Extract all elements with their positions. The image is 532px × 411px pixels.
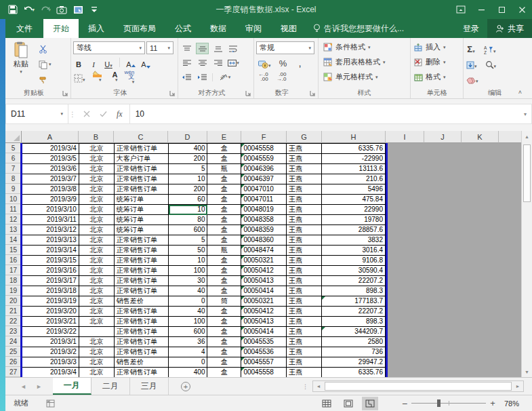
- row-header-7[interactable]: 7: [5, 163, 22, 174]
- cell-G9[interactable]: 王燕: [287, 184, 322, 195]
- cell-D24[interactable]: 36: [169, 337, 208, 347]
- fill-button[interactable]: ▾: [466, 57, 478, 69]
- close-button[interactable]: [512, 0, 532, 19]
- copy-dropdown-arrow[interactable]: ▾: [49, 62, 52, 67]
- screenshot-button[interactable]: [70, 2, 85, 17]
- cell-C25[interactable]: 正常销售订单: [115, 347, 169, 357]
- cell-A17[interactable]: 2019/3/16: [22, 266, 79, 276]
- cell-A27[interactable]: 2019/3/4: [22, 368, 79, 377]
- clear-button[interactable]: ▾: [466, 72, 479, 84]
- alignment-dialog-launcher[interactable]: [245, 90, 251, 96]
- scroll-left-arrow[interactable]: ◄: [313, 381, 324, 391]
- cell-B17[interactable]: 北京: [79, 266, 115, 276]
- cell-D13[interactable]: 600: [169, 225, 208, 235]
- cell-B22[interactable]: 北京: [79, 317, 115, 327]
- cell-H7[interactable]: 13113.6: [322, 164, 386, 174]
- sheet-tab-三月[interactable]: 三月: [130, 378, 169, 395]
- maximize-button[interactable]: [491, 0, 512, 19]
- zoom-out-button[interactable]: −: [402, 398, 407, 409]
- cell-F10[interactable]: 00047011: [241, 195, 287, 205]
- cell-G27[interactable]: 王燕: [287, 368, 322, 377]
- comma-style-button[interactable]: ,: [295, 56, 306, 68]
- increase-decimal-button[interactable]: ←.0.00: [258, 71, 269, 83]
- cell-B10[interactable]: 北京: [79, 195, 115, 205]
- cell-D22[interactable]: 100: [169, 317, 208, 327]
- row-header-6[interactable]: 6: [5, 153, 22, 163]
- cell-C18[interactable]: 正常销售订单: [115, 276, 169, 286]
- cell-B7[interactable]: 北京: [79, 164, 115, 174]
- column-header-A[interactable]: A: [22, 131, 79, 143]
- cell-H20[interactable]: 177183.7: [322, 296, 386, 307]
- cell-A14[interactable]: 2019/3/13: [22, 235, 79, 246]
- row-header-12[interactable]: 12: [5, 214, 22, 224]
- number-dialog-launcher[interactable]: [310, 90, 316, 96]
- cell-D19[interactable]: 40: [169, 286, 208, 296]
- cell-D8[interactable]: 10: [169, 174, 208, 184]
- orientation-button[interactable]: ab▾: [216, 71, 234, 83]
- row-header-13[interactable]: 13: [5, 224, 22, 235]
- phonetic-button[interactable]: wén文▾: [124, 71, 136, 83]
- cell-F19[interactable]: 00050414: [241, 286, 287, 296]
- copy-button[interactable]: ▾: [37, 58, 54, 71]
- cell-A24[interactable]: 2019/3/1: [22, 337, 79, 347]
- cell-E6[interactable]: 盒: [207, 154, 241, 164]
- align-center-button[interactable]: [196, 57, 209, 68]
- decrease-indent-button[interactable]: [180, 71, 193, 83]
- horizontal-scrollbar-thumb[interactable]: [325, 382, 512, 391]
- cell-C26[interactable]: 销售差价: [115, 357, 169, 368]
- cell-C8[interactable]: 正常销售订单: [115, 174, 169, 184]
- cell-B24[interactable]: 北京: [79, 337, 115, 347]
- cell-F9[interactable]: 00047010: [241, 184, 287, 195]
- row-header-5[interactable]: 5: [5, 143, 22, 153]
- cell-H17[interactable]: 30590.4: [322, 266, 386, 276]
- cell-F12[interactable]: 00048358: [241, 215, 287, 225]
- cell-E11[interactable]: 盒: [207, 205, 241, 215]
- column-header-K[interactable]: K: [462, 131, 499, 143]
- column-header-E[interactable]: E: [207, 131, 241, 143]
- formula-bar-splitter[interactable]: ⋮: [68, 104, 77, 123]
- cell-A19[interactable]: 2019/3/18: [22, 286, 79, 296]
- cell-B9[interactable]: 北京: [79, 184, 115, 195]
- cell-G24[interactable]: 王燕: [287, 337, 322, 347]
- cut-button[interactable]: [37, 42, 54, 56]
- cell-F17[interactable]: 00050412: [241, 266, 287, 276]
- row-header-20[interactable]: 20: [5, 296, 22, 306]
- minimize-button[interactable]: [471, 0, 491, 19]
- cell-F13[interactable]: 00048359: [241, 225, 287, 235]
- cell-E24[interactable]: 盒: [207, 337, 241, 347]
- cell-H15[interactable]: 3016.4: [322, 246, 386, 256]
- paste-dropdown-arrow[interactable]: ▾: [20, 69, 22, 75]
- find-select-button[interactable]: ▾: [485, 57, 497, 69]
- cancel-entry-icon[interactable]: [83, 111, 90, 117]
- cell-G26[interactable]: 王燕: [287, 357, 322, 368]
- cell-D14[interactable]: 5: [169, 235, 208, 246]
- cell-C19[interactable]: 正常销售订单: [115, 286, 169, 296]
- cell-C5[interactable]: 正常销售订单: [115, 144, 169, 154]
- row-header-19[interactable]: 19: [5, 286, 22, 296]
- fill-color-button[interactable]: ▾: [91, 71, 102, 83]
- cell-A23[interactable]: 2019/3/22: [22, 327, 79, 337]
- cell-F5[interactable]: 00045558: [241, 144, 287, 154]
- horizontal-splitter[interactable]: ⋮: [298, 378, 312, 395]
- cell-C20[interactable]: 销售差价: [115, 296, 169, 307]
- share-button[interactable]: 共享: [487, 19, 532, 38]
- cell-G20[interactable]: 王燕: [287, 296, 322, 307]
- formula-bar-expand-arrow[interactable]: ▾: [519, 104, 531, 123]
- cell-D12[interactable]: 80: [169, 215, 208, 225]
- cell-F7[interactable]: 00046396: [241, 164, 287, 174]
- align-middle-button[interactable]: [196, 43, 209, 54]
- cell-D11[interactable]: 10: [169, 205, 208, 215]
- cell-D23[interactable]: 600: [169, 327, 208, 337]
- cell-D7[interactable]: 5: [169, 164, 208, 174]
- cell-B20[interactable]: 北京: [79, 296, 115, 307]
- cell-E8[interactable]: 盒: [207, 174, 241, 184]
- cell-A12[interactable]: 2019/3/11: [22, 215, 79, 225]
- confirm-entry-icon[interactable]: [100, 111, 107, 117]
- align-top-button[interactable]: [180, 43, 193, 54]
- cell-G6[interactable]: 王燕: [287, 154, 322, 164]
- zoom-in-button[interactable]: +: [490, 398, 495, 408]
- tab-开始[interactable]: 开始: [43, 19, 79, 38]
- name-box[interactable]: D11 ▾: [6, 104, 68, 123]
- column-header-G[interactable]: G: [287, 131, 322, 143]
- column-header-D[interactable]: D: [168, 131, 207, 143]
